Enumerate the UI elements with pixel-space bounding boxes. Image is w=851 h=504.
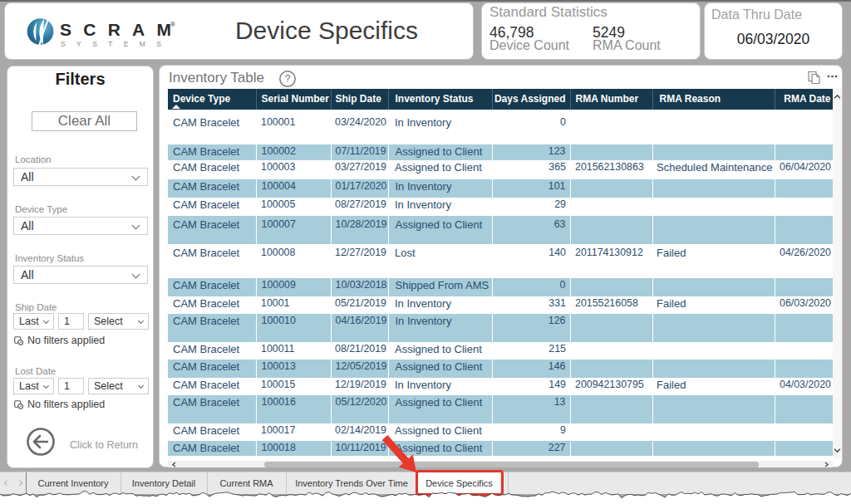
- svg-text:?: ?: [285, 73, 291, 85]
- svg-text:SCRAM: SCRAM: [60, 20, 176, 39]
- svg-text:SYSTEMS: SYSTEMS: [61, 40, 171, 48]
- svg-text:®: ®: [170, 21, 175, 28]
